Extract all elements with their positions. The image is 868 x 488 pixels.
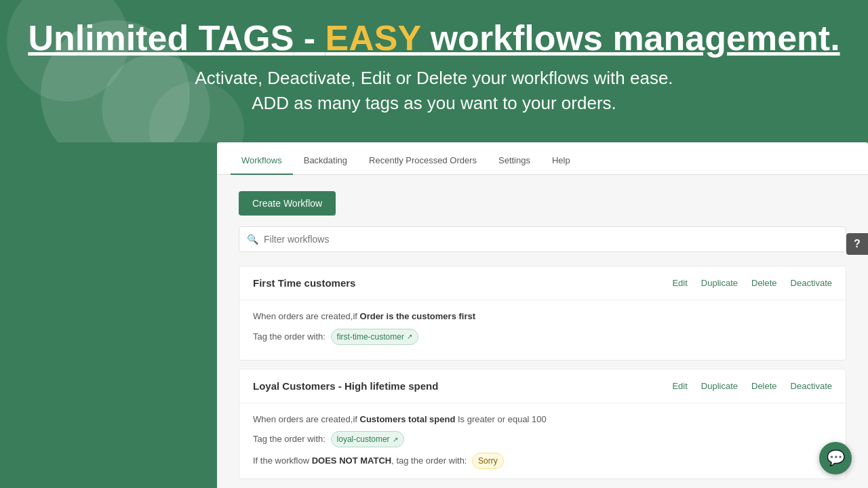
hero-text: Unlimited TAGS - EASY workflows manageme… <box>0 0 868 115</box>
tab-workflows[interactable]: Workflows <box>231 147 293 175</box>
duplicate-button-1[interactable]: Duplicate <box>701 278 738 288</box>
workflow-name-1: First Time customers <box>253 277 355 289</box>
search-input[interactable] <box>239 226 846 252</box>
tag-loyal-customer: loyal-customer ↗ <box>331 431 404 447</box>
tab-settings[interactable]: Settings <box>488 147 541 175</box>
hero-section: Unlimited TAGS - EASY workflows manageme… <box>0 0 868 142</box>
info-button[interactable]: ? <box>846 233 868 255</box>
hero-title-dash: - <box>294 18 325 58</box>
create-workflow-button[interactable]: Create Workflow <box>239 191 336 216</box>
duplicate-button-2[interactable]: Duplicate <box>701 381 738 391</box>
workflow-tag-action-1: Tag the order with: <box>253 331 328 342</box>
external-link-icon-2: ↗ <box>393 434 398 445</box>
workflow-tag-rule-1: Tag the order with: first-time-customer … <box>253 329 832 345</box>
tag-label-2: loyal-customer <box>337 433 390 445</box>
tag-first-time-customer: first-time-customer ↗ <box>331 329 418 345</box>
workflow-header-1: First Time customers Edit Duplicate Dele… <box>239 266 846 300</box>
edit-button-1[interactable]: Edit <box>672 278 687 288</box>
hero-subtitle: Activate, Deactivate, Edit or Delete you… <box>14 66 854 115</box>
workflow-actions-1: Edit Duplicate Delete Deactivate <box>672 278 832 288</box>
content-area: Create Workflow 🔍 First Time customers E… <box>217 175 868 488</box>
workflow-card-2: Loyal Customers - High lifetime spend Ed… <box>239 369 846 480</box>
edit-button-2[interactable]: Edit <box>672 381 687 391</box>
workflow-condition-rest-2: Is greater or equal 100 <box>455 414 546 424</box>
chat-icon: 💬 <box>827 449 845 467</box>
tag-sorry: Sorry <box>472 453 504 469</box>
hero-subtitle-line2: ADD as many tags as you want to your ord… <box>252 93 616 113</box>
hero-title: Unlimited TAGS - EASY workflows manageme… <box>14 19 854 58</box>
workflow-name-2: Loyal Customers - High lifetime spend <box>253 380 438 392</box>
workflow-condition-1: Order is the customers first <box>360 311 476 321</box>
workflow-actions-2: Edit Duplicate Delete Deactivate <box>672 381 832 391</box>
external-link-icon-1: ↗ <box>407 331 412 342</box>
workflow-rule-1: When orders are created,if Order is the … <box>253 310 832 323</box>
workflow-trigger-1: When orders are created,if <box>253 311 360 321</box>
workflow-card-1: First Time customers Edit Duplicate Dele… <box>239 266 846 361</box>
hero-subtitle-line1: Activate, Deactivate, Edit or Delete you… <box>195 68 673 88</box>
workflow-body-1: When orders are created,if Order is the … <box>239 300 846 360</box>
workflow-header-2: Loyal Customers - High lifetime spend Ed… <box>239 369 846 403</box>
tab-help[interactable]: Help <box>541 147 581 175</box>
delete-button-2[interactable]: Delete <box>751 381 777 391</box>
tab-bar: Workflows Backdating Recently Processed … <box>217 142 868 175</box>
workflow-tag-rule-2: Tag the order with: loyal-customer ↗ <box>253 431 832 447</box>
nomatch-after-2: , tag the order with: <box>391 455 469 466</box>
workflow-tag-action-2: Tag the order with: <box>253 434 328 444</box>
chat-button[interactable]: 💬 <box>819 442 852 474</box>
workflow-condition-2: Customers total spend <box>360 414 456 424</box>
workflow-rule-2: When orders are created,if Customers tot… <box>253 413 832 426</box>
nomatch-bold-2: DOES NOT MATCH <box>312 455 391 466</box>
search-icon: 🔍 <box>247 234 258 245</box>
deactivate-button-1[interactable]: Deactivate <box>791 278 832 288</box>
app-window: Workflows Backdating Recently Processed … <box>217 142 868 488</box>
deactivate-button-2[interactable]: Deactivate <box>791 381 832 391</box>
tag-label-1: first-time-customer <box>337 331 404 343</box>
workflow-nomatch-2: If the workflow DOES NOT MATCH, tag the … <box>253 453 832 469</box>
tab-backdating[interactable]: Backdating <box>293 147 358 175</box>
hero-title-easy: EASY <box>326 18 421 58</box>
tab-recently-processed[interactable]: Recently Processed Orders <box>358 147 488 175</box>
search-box: 🔍 <box>239 226 846 252</box>
nomatch-text-2: If the workflow <box>253 455 312 466</box>
hero-title-part1: Unlimited TAGS <box>28 18 294 58</box>
delete-button-1[interactable]: Delete <box>751 278 777 288</box>
workflow-trigger-2: When orders are created,if <box>253 414 360 424</box>
tag-label-sorry: Sorry <box>478 455 498 467</box>
hero-title-part2: workflows management. <box>420 18 840 58</box>
workflow-body-2: When orders are created,if Customers tot… <box>239 403 846 479</box>
